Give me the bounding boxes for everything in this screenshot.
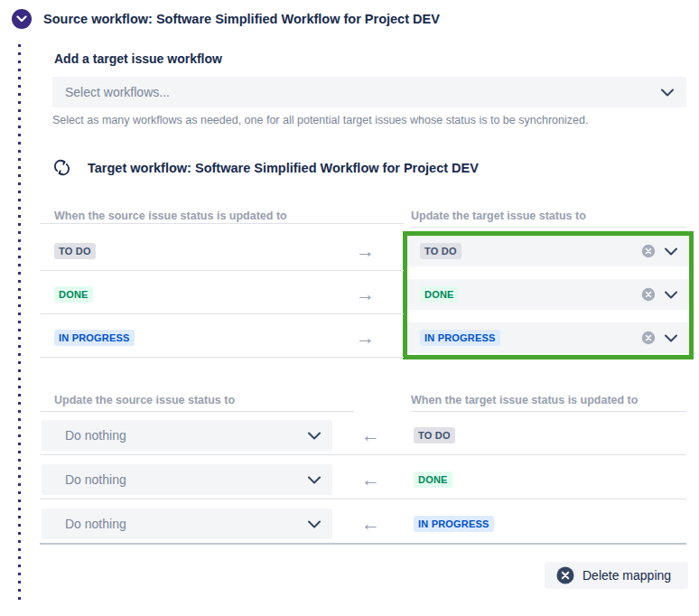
- divider: [411, 411, 686, 412]
- workflow-sync-panel: Source workflow: Software Simplified Wor…: [0, 0, 699, 616]
- source-action-value: Do nothing: [65, 428, 126, 443]
- status-lozenge-todo: TO DO: [414, 427, 455, 443]
- target-status-select[interactable]: TO DO: [407, 236, 689, 266]
- arrow-left-icon: ←: [361, 511, 380, 537]
- status-lozenge-done: DONE: [54, 286, 93, 303]
- sync-icon: [52, 158, 71, 177]
- divider: [40, 499, 686, 499]
- arrow-right-icon: →: [356, 325, 375, 350]
- target-workflow-select[interactable]: Select workflows...: [52, 77, 686, 107]
- status-lozenge-todo: TO DO: [420, 243, 461, 259]
- chevron-down-icon: [665, 334, 677, 342]
- workflow-select-helper-text: Select as many workflows as needed, one …: [52, 114, 588, 126]
- clear-selection-icon[interactable]: [641, 287, 656, 302]
- expander-button[interactable]: [12, 9, 32, 29]
- divider: [40, 270, 404, 271]
- arrow-left-icon: ←: [361, 467, 380, 492]
- chevron-down-icon: [308, 432, 321, 440]
- status-lozenge-todo: TO DO: [54, 243, 96, 259]
- status-lozenge-inprogress: IN PROGRESS: [414, 516, 494, 532]
- divider: [40, 223, 404, 224]
- status-lozenge-done: DONE: [414, 471, 452, 488]
- target-status-select[interactable]: IN PROGRESS: [407, 322, 689, 353]
- delete-mapping-button[interactable]: Delete mapping: [545, 562, 688, 589]
- arrow-left-icon: ←: [361, 423, 380, 448]
- divider: [40, 357, 404, 358]
- divider: [40, 313, 404, 314]
- source-status-column-header: When the source issue status is updated …: [54, 210, 287, 222]
- source-workflow-title: Source workflow: Software Simplified Wor…: [43, 12, 440, 26]
- x-circle-icon: [556, 566, 574, 584]
- update-source-column-header: Update the source issue status to: [54, 394, 235, 406]
- divider: [40, 454, 686, 455]
- source-action-value: Do nothing: [65, 517, 126, 531]
- chevron-down-icon: [16, 15, 27, 23]
- target-workflow-title: Target workflow: Software Simplified Wor…: [88, 161, 479, 175]
- clear-selection-icon[interactable]: [641, 331, 656, 345]
- chevron-down-icon: [308, 520, 321, 528]
- source-action-select[interactable]: Do nothing: [42, 420, 332, 451]
- workflow-select-placeholder: Select workflows...: [65, 85, 170, 99]
- source-action-value: Do nothing: [65, 472, 126, 487]
- chevron-down-icon: [665, 291, 677, 299]
- source-action-select[interactable]: Do nothing: [42, 464, 332, 495]
- target-updated-column-header: When the target issue status is updated …: [411, 394, 638, 406]
- chevron-down-icon: [665, 247, 677, 256]
- clear-selection-icon[interactable]: [641, 244, 656, 258]
- status-lozenge-inprogress: IN PROGRESS: [420, 330, 500, 346]
- source-action-select[interactable]: Do nothing: [42, 509, 332, 539]
- divider: [40, 543, 686, 545]
- status-lozenge-done: DONE: [420, 286, 459, 303]
- chevron-down-icon: [661, 89, 674, 97]
- delete-mapping-label: Delete mapping: [582, 568, 671, 583]
- add-target-workflow-label: Add a target issue workflow: [54, 51, 222, 66]
- arrow-right-icon: →: [356, 282, 375, 307]
- target-status-column-header: Update the target issue status to: [411, 210, 586, 222]
- divider: [40, 411, 354, 412]
- target-status-select[interactable]: DONE: [407, 279, 689, 310]
- chevron-down-icon: [308, 476, 321, 484]
- status-lozenge-inprogress: IN PROGRESS: [54, 330, 135, 346]
- divider: [411, 227, 686, 228]
- arrow-right-icon: →: [356, 238, 375, 264]
- dotted-rail: [18, 42, 21, 602]
